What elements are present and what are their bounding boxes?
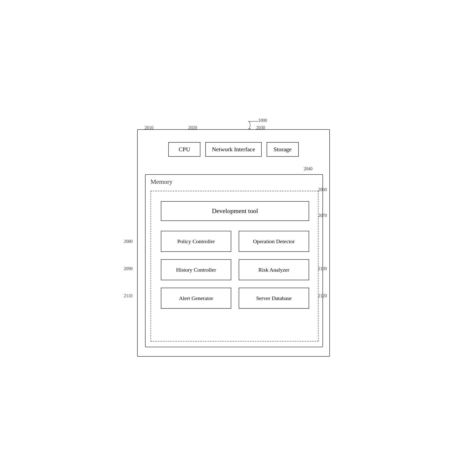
history-controller-box: History Controller [161,259,231,280]
operation-detector-box: Operation Detector [239,231,309,252]
memory-label: Memory [150,178,173,186]
label-1000: 1000 [258,118,267,123]
dashed-inner-box: Development tool Policy Controller Opera… [150,191,318,342]
label-2010: 2010 [145,125,153,130]
label-2120: 2120 [318,293,327,299]
label-2020: 2020 [188,125,197,130]
label-2030: 2030 [256,125,265,130]
label-2080: 2080 [124,239,133,244]
hardware-row: CPU Network Interface Storage [150,142,317,157]
policy-controller-box: Policy Controller [161,231,231,252]
diagram-container: 1000 2010 2020 2030 CPU Network Interfac… [127,114,340,362]
server-database-box: Server Database [239,288,309,309]
cpu-box: CPU [168,142,200,157]
module-grid: Policy Controller Operation Detector His… [161,231,309,309]
label-2070: 2070 [318,213,327,218]
risk-analyzer-box: Risk Analyzer [239,259,309,280]
label-2060: 2060 [318,187,327,192]
development-tool-box: Development tool [161,201,309,221]
alert-generator-box: Alert Generator [161,288,231,309]
label-2040: 2040 [304,166,313,172]
storage-box: Storage [267,142,299,157]
network-interface-box: Network Interface [205,142,261,157]
label-2110: 2110 [124,293,132,299]
label-2090: 2090 [124,266,133,271]
memory-box: Memory 2060 2070 Development tool Policy… [145,174,323,347]
outer-box-1000: 2010 2020 2030 CPU Network Interface Sto… [137,129,330,357]
label-2100: 2100 [318,266,327,271]
